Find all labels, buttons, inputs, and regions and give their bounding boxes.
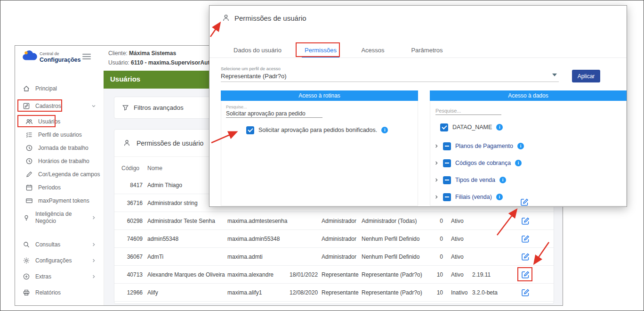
table-row[interactable]: 40713 Alexandre Marques de Oliveira maxi… — [114, 266, 554, 284]
client-name: Máxima Sistemas — [129, 50, 176, 57]
user-name: 6110 - maxima.SupervisorAutoriz — [131, 59, 220, 66]
data-search-input[interactable] — [435, 106, 501, 115]
table-row[interactable]: 60298 Administrador Teste Senha maxima.a… — [114, 212, 554, 230]
access-profile-select[interactable]: Selecione um perfil de acesso Representa… — [221, 66, 559, 82]
data-access-panel: Acesso à dados DATAO_NAME Planos de Paga… — [430, 90, 627, 206]
cell-tipo: Representante — [322, 266, 359, 284]
table-row[interactable]: 36067 AdmTi maxima.admti Administrador N… — [114, 248, 554, 266]
apply-button[interactable]: Aplicar — [572, 70, 600, 82]
chevron-right-icon[interactable] — [434, 195, 439, 199]
cell-tipo: Administrador — [322, 248, 356, 266]
sidebar-item-label: Principal — [35, 85, 57, 92]
tab-permissoes[interactable]: Permissões — [294, 43, 347, 57]
sidebar-item-inteligencia-de-negocio[interactable]: Inteligência de Negócio — [20, 208, 101, 227]
dropdown-caret-icon[interactable] — [552, 74, 557, 76]
checkbox-checked[interactable] — [246, 126, 254, 134]
edit-user-icon[interactable] — [521, 235, 530, 243]
cell-nome: Alify — [147, 284, 158, 302]
sidebar-item-maxpayment-tokens[interactable]: maxPayment tokens — [20, 194, 101, 207]
form-edit-icon — [23, 102, 30, 110]
chevron-right-icon[interactable] — [434, 144, 439, 148]
tab-dados-do-usuario[interactable]: Dados do usuário — [221, 43, 294, 57]
sidebar-item-cor-legenda-de-campos[interactable]: Cor/Legenda de campos — [20, 168, 101, 181]
sidebar-item-label: Horários de trabalho — [38, 158, 89, 164]
cell-status: Inativo — [451, 284, 467, 302]
checkbox-indeterminate[interactable] — [443, 142, 451, 150]
cell-nome: Administrador string — [147, 194, 198, 212]
table-row[interactable]: 74609 admin55348 maxima.admin55348 Admin… — [114, 230, 554, 248]
person-icon — [222, 14, 230, 22]
edit-user-icon[interactable] — [521, 270, 530, 279]
sidebar-item-usuarios[interactable]: Usuários — [20, 115, 101, 128]
checkbox-indeterminate[interactable] — [443, 159, 451, 167]
edit-user-icon[interactable] — [520, 198, 529, 206]
checkbox-checked[interactable] — [440, 123, 448, 131]
cell-codigo: 8417 — [121, 176, 143, 194]
checklist-icon — [25, 131, 33, 139]
sidebar-item-principal[interactable]: Principal — [20, 82, 101, 95]
sidebar-item-relatorios[interactable]: Relatórios — [20, 286, 101, 299]
cell-nome: Admin Thiago — [147, 176, 182, 194]
chevron-right-icon[interactable] — [434, 161, 439, 165]
edit-user-icon[interactable] — [521, 288, 530, 297]
cell-perfil: Representante (Padr?o) — [362, 266, 422, 284]
sidebar-item-configuracoes[interactable]: Configurações — [20, 254, 101, 267]
sidebar-item-horarios-de-trabalho[interactable]: Horários de trabalho — [20, 155, 101, 168]
menu-toggle-icon[interactable] — [82, 54, 91, 60]
cell-status: Ativo — [451, 266, 464, 284]
tree-item-tipos-de-venda[interactable]: Tipos de venda — [434, 175, 506, 185]
edit-user-icon[interactable] — [521, 253, 530, 261]
checkbox-indeterminate[interactable] — [443, 176, 451, 184]
sidebar-item-label: maxPayment tokens — [38, 197, 89, 204]
tree-item-filiais-venda[interactable]: Filiais (venda) — [434, 192, 503, 202]
cell-nome: Alexandre Marques de Oliveira — [147, 266, 225, 284]
cell-perfil: Administrador (Todas) — [362, 212, 417, 230]
cell-perfil: Nenhum Perfil Definido — [362, 248, 419, 266]
screenshot-stage: Central de Configurações Cliente: Máxima… — [0, 0, 644, 311]
sidebar-item-extras[interactable]: Extras — [20, 270, 101, 283]
tab-acessos[interactable]: Acessos — [347, 43, 399, 57]
page-title: Usuários — [110, 75, 140, 83]
sidebar-item-label: Cor/Legenda de campos — [38, 171, 100, 178]
edit-user-icon[interactable] — [521, 217, 530, 225]
chevron-down-icon — [91, 104, 96, 108]
cell-quantidade: 0 — [430, 212, 443, 230]
sidebar-item-perfil-de-usuarios[interactable]: Perfil de usuários — [20, 128, 101, 141]
cell-nome: AdmTi — [147, 248, 163, 266]
logo-text-line1: Central de — [40, 51, 59, 56]
tree-item-label: Tipos de venda — [455, 177, 495, 183]
info-icon[interactable] — [499, 177, 506, 183]
data-root-item[interactable]: DATAO_NAME — [440, 123, 503, 132]
cell-perfil: Nenhum Perfil Definido — [362, 230, 419, 248]
gear-icon — [23, 257, 30, 264]
table-row[interactable]: 12966 Alify maxima.alify1 12/08/2020 Rep… — [114, 284, 554, 302]
cell-codigo: 36716 — [121, 194, 143, 212]
chevron-right-icon — [91, 258, 96, 263]
routine-permission-item[interactable]: Solicitar aprovação para pedidos bonific… — [246, 125, 388, 135]
chevron-right-icon[interactable] — [434, 178, 439, 182]
info-icon[interactable] — [381, 127, 388, 133]
sidebar-item-label: Consultas — [35, 241, 60, 248]
cell-codigo: 60298 — [121, 212, 143, 230]
sidebar-item-label: Configurações — [35, 257, 72, 264]
info-icon[interactable] — [515, 160, 522, 166]
sidebar-item-jornada-de-trabalho[interactable]: Jornada de trabalho — [20, 141, 101, 155]
checkbox-indeterminate[interactable] — [443, 193, 451, 201]
info-icon[interactable] — [517, 143, 524, 149]
sidebar-item-periodos[interactable]: Períodos — [20, 181, 101, 194]
sidebar-item-label: Jornada de trabalho — [38, 145, 89, 151]
routines-search-input[interactable] — [226, 109, 322, 118]
data-root-label: DATAO_NAME — [452, 124, 492, 131]
tabs-divider — [209, 57, 627, 58]
search-icon — [23, 241, 30, 248]
cell-quantidade: 0 — [430, 248, 443, 266]
tree-item-codigos-de-cobranca[interactable]: Códigos de cobrança — [434, 158, 522, 168]
info-icon[interactable] — [496, 194, 503, 200]
sidebar-item-cadastros[interactable]: Cadastros — [20, 99, 101, 113]
sidebar-item-consultas[interactable]: Consultas — [20, 238, 101, 251]
tab-parametros[interactable]: Parâmetros — [399, 43, 455, 57]
funnel-icon — [122, 104, 129, 111]
tree-item-planos-de-pagamento[interactable]: Planos de Pagamento — [434, 141, 524, 151]
info-icon[interactable] — [496, 124, 503, 131]
cell-login: maxima.admtestesenha — [227, 212, 287, 230]
